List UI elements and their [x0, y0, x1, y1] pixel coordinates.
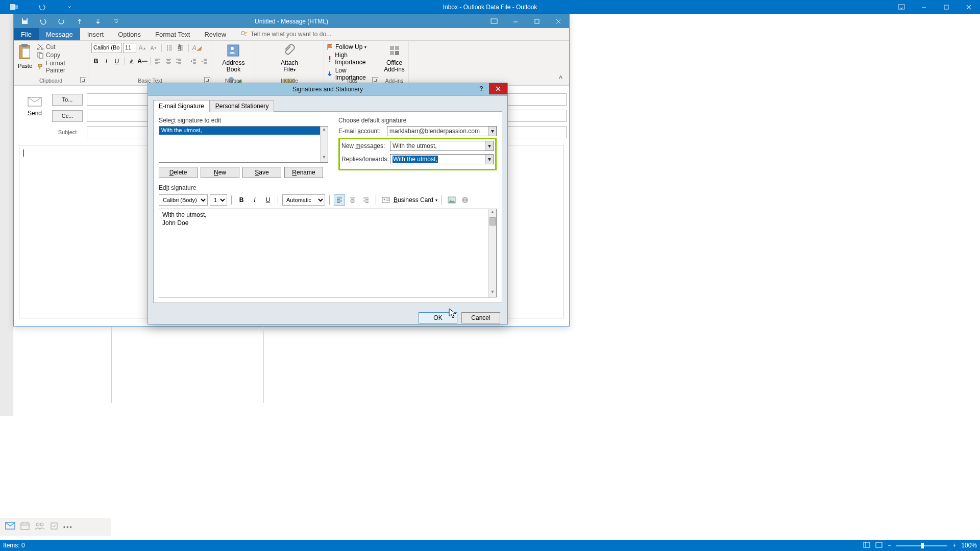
people-nav-icon[interactable] — [35, 522, 45, 532]
bold-button[interactable]: B — [236, 194, 247, 206]
to-button[interactable]: To... — [52, 94, 83, 106]
bold-button[interactable]: B — [91, 56, 101, 66]
close-icon[interactable] — [489, 83, 507, 94]
decrease-indent-icon[interactable] — [189, 56, 198, 66]
office-addins-button[interactable]: Office Add-ins — [380, 42, 408, 74]
italic-button[interactable]: I — [249, 194, 260, 206]
paste-button[interactable]: Paste — [15, 42, 35, 75]
signature-item[interactable]: With the utmost, — [159, 127, 328, 135]
format-painter-button[interactable]: Format Painter — [37, 60, 86, 74]
maximize-icon[interactable] — [935, 0, 958, 14]
undo-icon[interactable] — [34, 15, 52, 28]
mail-nav-icon[interactable] — [5, 522, 15, 532]
undo-icon[interactable] — [31, 0, 53, 14]
chevron-down-icon[interactable]: ▾ — [488, 127, 496, 136]
tab-options[interactable]: Options — [111, 28, 148, 40]
redo-icon[interactable] — [53, 15, 70, 28]
save-button[interactable]: Save — [242, 167, 281, 178]
signature-editor[interactable]: With the utmost, John Doe ▲▼ — [159, 209, 497, 297]
insert-picture-icon[interactable] — [446, 194, 457, 206]
tab-message[interactable]: Message — [39, 28, 80, 40]
more-nav-icon[interactable]: ••• — [63, 523, 73, 531]
editor-color-combo[interactable]: Automatic — [282, 194, 325, 206]
chevron-down-icon[interactable]: ▾ — [485, 141, 493, 151]
signature-list[interactable]: With the utmost, ▲▼ — [159, 126, 328, 163]
outlook-left-column — [0, 14, 13, 416]
numbering-icon[interactable]: 123 — [176, 43, 186, 53]
chevron-down-icon[interactable]: ▾ — [485, 155, 493, 164]
follow-up-button[interactable]: Follow Up▾ — [326, 43, 378, 51]
collapse-ribbon-icon[interactable] — [559, 74, 566, 82]
attach-file-button[interactable]: Attach File▾ — [255, 42, 324, 74]
tab-format-text[interactable]: Format Text — [148, 28, 197, 40]
close-icon[interactable] — [958, 0, 980, 14]
save-icon[interactable] — [16, 15, 33, 28]
font-size-combo[interactable]: 11 — [123, 43, 136, 53]
minimize-icon[interactable] — [913, 0, 935, 14]
shrink-font-icon[interactable]: A▼ — [149, 43, 159, 53]
font-combo[interactable]: Calibri (Bo — [91, 43, 122, 53]
rename-button[interactable]: Rename — [284, 167, 323, 178]
align-right-icon[interactable] — [360, 194, 372, 206]
maximize-icon[interactable] — [526, 15, 548, 28]
next-icon[interactable] — [89, 15, 107, 28]
font-color-icon[interactable]: A — [137, 56, 148, 66]
calendar-nav-icon[interactable] — [20, 522, 30, 532]
qat-more-icon[interactable] — [108, 15, 125, 28]
ribbon-display-icon[interactable] — [890, 0, 913, 14]
italic-button[interactable]: I — [102, 56, 111, 66]
insert-link-icon[interactable] — [459, 194, 471, 206]
tab-review[interactable]: Review — [197, 28, 233, 40]
grow-font-icon[interactable]: A▲ — [137, 43, 148, 53]
help-icon[interactable]: ? — [474, 83, 489, 94]
tab-personal-stationery[interactable]: Personal Stationery — [210, 100, 275, 112]
email-account-combo[interactable]: marklabarr@blenderpassion.com▾ — [387, 126, 497, 136]
underline-button[interactable]: U — [262, 194, 274, 206]
business-card-button[interactable]: Business Card — [394, 196, 433, 204]
minimize-icon[interactable] — [505, 15, 526, 28]
editor-size-combo[interactable]: 11 — [210, 194, 227, 206]
zoom-out-icon[interactable]: − — [888, 542, 891, 549]
tab-email-signature[interactable]: E-mail Signature — [153, 100, 210, 112]
qat-dropdown-icon[interactable] — [58, 0, 81, 14]
underline-button[interactable]: U — [112, 56, 121, 66]
svg-rect-33 — [395, 46, 399, 50]
align-right-icon[interactable] — [174, 56, 183, 66]
tasks-nav-icon[interactable] — [50, 522, 58, 532]
align-left-icon[interactable] — [153, 56, 162, 66]
clipboard-dialog-launcher[interactable] — [80, 77, 86, 83]
copy-button[interactable]: Copy — [37, 52, 86, 59]
close-icon[interactable] — [548, 15, 569, 28]
delete-button[interactable]: Delete — [159, 167, 198, 178]
svg-rect-26 — [228, 45, 239, 56]
cc-button[interactable]: Cc... — [52, 110, 83, 122]
cut-button[interactable]: Cut — [37, 43, 86, 51]
tab-file[interactable]: File — [14, 28, 39, 40]
editor-font-combo[interactable]: Calibri (Body) — [159, 194, 208, 206]
align-left-icon[interactable] — [334, 194, 345, 206]
new-messages-combo[interactable]: With the utmost,▾ — [390, 141, 494, 151]
cancel-button[interactable]: Cancel — [461, 312, 500, 323]
tell-me-search[interactable]: Tell me what you want to do... — [233, 28, 338, 40]
editor-scrollbar[interactable]: ▲▼ — [488, 209, 496, 297]
address-book-button[interactable]: Address Book — [212, 42, 255, 74]
replies-combo[interactable]: With the utmost,▾ — [390, 154, 494, 164]
bullets-icon[interactable] — [164, 43, 175, 53]
high-importance-button[interactable]: High Importance — [326, 51, 378, 66]
clear-format-icon[interactable]: A◢ — [191, 43, 202, 53]
increase-indent-icon[interactable] — [200, 56, 209, 66]
align-center-icon[interactable] — [164, 56, 173, 66]
zoom-slider[interactable] — [896, 545, 947, 546]
view-normal-icon[interactable] — [863, 542, 870, 549]
send-button[interactable]: Send — [21, 93, 48, 122]
highlight-icon[interactable] — [127, 56, 136, 66]
tab-insert[interactable]: Insert — [80, 28, 111, 40]
zoom-in-icon[interactable]: + — [952, 542, 956, 549]
ribbon-display-icon[interactable] — [483, 15, 505, 28]
view-reading-icon[interactable] — [875, 542, 883, 549]
previous-icon[interactable] — [71, 15, 88, 28]
new-button[interactable]: New — [201, 167, 239, 178]
svg-rect-7 — [491, 19, 497, 23]
align-center-icon[interactable] — [347, 194, 358, 206]
list-scrollbar[interactable]: ▲▼ — [320, 127, 328, 162]
